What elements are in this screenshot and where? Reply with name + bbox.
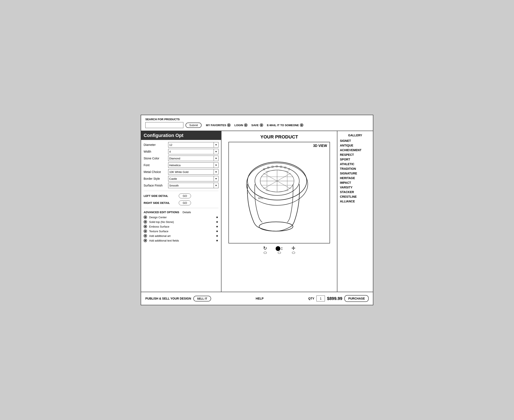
svg-line-12 [265, 170, 277, 172]
chevron-down-icon-surface: ▼ [214, 183, 218, 188]
ring-display: 3D VIEW [228, 142, 330, 243]
zoom-icon: ⬤↕ [275, 246, 283, 251]
radio-text-fields[interactable] [144, 239, 147, 242]
select-font[interactable]: HelveticaArialTimes [168, 163, 214, 168]
advanced-option-design-center: Design Center ★ [144, 216, 219, 219]
form-row-surface-finish: Surface Finish SmoothMatteBrushed ▼ [144, 183, 219, 188]
radio-login[interactable] [244, 123, 248, 127]
rotate-icon: ↻ [263, 246, 267, 251]
label-add-art: Add additional art [149, 234, 214, 238]
nav-save-label: SAVE [251, 124, 258, 127]
radio-solid-top[interactable] [144, 220, 147, 224]
radio-texture[interactable] [144, 229, 147, 233]
chevron-down-icon-diameter: ▼ [214, 142, 218, 147]
star-text-fields[interactable]: ★ [216, 239, 219, 242]
select-border-wrapper[interactable]: CastlePlainRope ▼ [168, 176, 219, 181]
radio-emboss[interactable] [144, 225, 147, 228]
move-control[interactable]: ✛ ⬭ [292, 246, 295, 255]
label-surface-finish: Surface Finish [144, 184, 167, 187]
gallery-item-signet[interactable]: SIGNET [340, 139, 370, 142]
zoom-control[interactable]: ⬤↕ ⬭ [275, 246, 283, 255]
gallery-item-varsity[interactable]: VARSITY [340, 186, 370, 189]
select-surface[interactable]: SmoothMatteBrushed [168, 183, 214, 188]
submit-button[interactable]: Submit [185, 123, 202, 128]
gallery-item-respect[interactable]: RESPECT [340, 153, 370, 157]
divider-1 [144, 191, 219, 191]
gallery-item-stacker[interactable]: STACKER [340, 190, 370, 194]
select-width[interactable]: 4235 [168, 149, 214, 154]
divider-2 [144, 208, 219, 208]
svg-text:WS1: WS1 [258, 197, 263, 199]
select-surface-wrapper[interactable]: SmoothMatteBrushed ▼ [168, 183, 219, 188]
label-stone-color: Stone Color [144, 157, 167, 160]
star-solid-top[interactable]: ★ [216, 220, 219, 224]
gallery-item-tradition[interactable]: TRADITION [340, 167, 370, 170]
select-border[interactable]: CastlePlainRope [168, 176, 214, 181]
label-diameter: Diameter [144, 143, 167, 147]
select-diameter-wrapper[interactable]: 12101113 ▼ [168, 142, 219, 148]
gallery-item-signature[interactable]: SIGNATURE [340, 172, 370, 175]
svg-point-16 [259, 222, 293, 231]
select-stone-color-wrapper[interactable]: DiamondRubyEmerald ▼ [168, 156, 219, 161]
content-area: Configuration Opt Diameter 12101113 ▼ Wi… [141, 131, 373, 292]
advanced-title: ADVANCED EDIT OPTIONS [144, 211, 179, 214]
gallery-item-impact[interactable]: IMPACT [340, 181, 370, 184]
right-panel: GALLERY SIGNET ANTIQUE ACHIEVEMENT RESPE… [337, 131, 373, 292]
search-input[interactable] [145, 122, 184, 128]
label-solid-top: Solid top (No Stone) [149, 220, 214, 224]
chevron-down-icon-border: ▼ [214, 176, 218, 181]
purchase-button[interactable]: PURCHASE [344, 295, 369, 302]
form-row-metal-choice: Metal Choice 10K White Gold14K White Gol… [144, 169, 219, 175]
label-font: Font [144, 164, 167, 167]
zoom-sub-icon: ⬭ [278, 251, 281, 255]
star-texture[interactable]: ★ [216, 229, 219, 233]
rotate-sub-icon: ⬭ [264, 251, 267, 255]
svg-line-15 [277, 191, 289, 192]
nav-save[interactable]: SAVE [251, 123, 263, 127]
radio-save[interactable] [260, 123, 263, 127]
select-width-wrapper[interactable]: 4235 ▼ [168, 149, 219, 154]
advanced-details-label: Details [183, 211, 191, 214]
gallery-item-crestline[interactable]: CRESTLINE [340, 195, 370, 198]
form-row-stone-color: Stone Color DiamondRubyEmerald ▼ [144, 156, 219, 161]
gallery-item-alliance[interactable]: ALLIANCE [340, 200, 370, 203]
nav-my-favorites[interactable]: MY FAVORITES [206, 123, 231, 127]
config-form: Diameter 12101113 ▼ Width 4235 [141, 140, 221, 246]
qty-input[interactable] [316, 296, 325, 301]
nav-login[interactable]: LOGIN [234, 123, 248, 127]
select-font-wrapper[interactable]: HelveticaArialTimes ▼ [168, 162, 219, 168]
select-metal[interactable]: 10K White Gold14K White Gold14K Yellow G… [168, 169, 214, 174]
left-side-go-button[interactable]: GO [179, 194, 191, 198]
nav-email[interactable]: E-MAIL IT TO SOMEONE [267, 123, 303, 127]
radio-my-favorites[interactable] [227, 123, 231, 127]
qty-label: QTY [308, 297, 314, 300]
select-metal-wrapper[interactable]: 10K White Gold14K White Gold14K Yellow G… [168, 169, 219, 175]
star-design-center[interactable]: ★ [216, 216, 219, 219]
left-side-detail-row: LEFT SIDE DETAIL GO [144, 194, 219, 198]
product-title: YOUR PRODUCT [260, 134, 298, 140]
price-display: $899.99 [327, 296, 342, 301]
form-row-diameter: Diameter 12101113 ▼ [144, 142, 219, 148]
nav-my-favorites-label: MY FAVORITES [206, 124, 226, 127]
gallery-item-athletic[interactable]: ATHLETIC [340, 162, 370, 166]
header-row: Submit MY FAVORITES LOGIN SAVE E-MAIL IT… [145, 122, 369, 128]
chevron-down-icon-width: ▼ [214, 149, 218, 154]
footer-publish: PUBLISH & SELL YOUR DESIGN SELL IT [145, 296, 211, 301]
star-add-art[interactable]: ★ [216, 234, 219, 238]
right-side-go-button[interactable]: GO [179, 201, 191, 205]
main-container: SEARCH FOR PRODUCTS Submit MY FAVORITES … [141, 115, 373, 305]
star-emboss[interactable]: ★ [216, 225, 219, 228]
sell-button[interactable]: SELL IT [193, 296, 211, 301]
select-stone-color[interactable]: DiamondRubyEmerald [168, 156, 214, 161]
gallery-item-antique[interactable]: ANTIQUE [340, 144, 370, 147]
gallery-item-achievement[interactable]: ACHIEVEMENT [340, 148, 370, 152]
select-diameter[interactable]: 12101113 [168, 142, 214, 147]
radio-design-center[interactable] [144, 216, 147, 219]
left-side-label: LEFT SIDE DETAIL [144, 194, 175, 197]
radio-add-art[interactable] [144, 234, 147, 238]
rotate-control[interactable]: ↻ ⬭ [263, 246, 267, 255]
gallery-item-heritage[interactable]: HERITAGE [340, 176, 370, 180]
gallery-item-sport[interactable]: SPORT [340, 158, 370, 161]
radio-email[interactable] [300, 123, 303, 127]
label-border-style: Border Style [144, 177, 167, 180]
